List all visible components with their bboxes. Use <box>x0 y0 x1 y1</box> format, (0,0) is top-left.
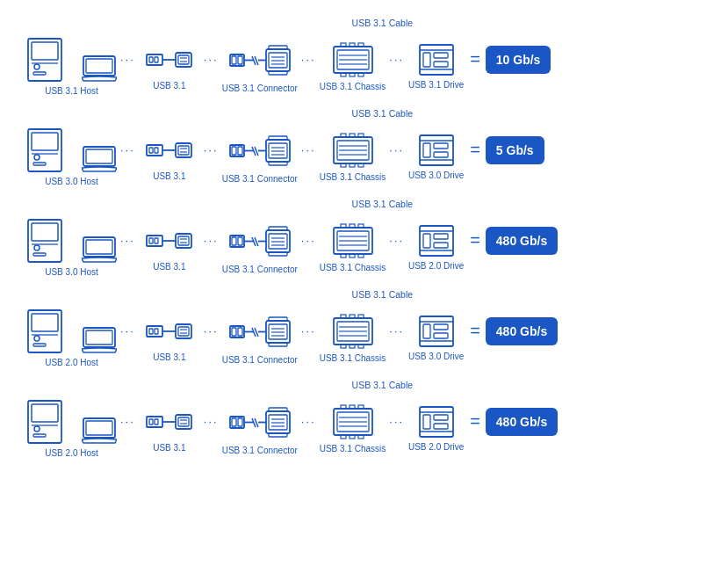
cable-label-4: USB 3.1 Cable <box>352 380 413 390</box>
svg-rect-39 <box>358 73 364 76</box>
host-component-2: USB 3.0 Host <box>26 218 117 277</box>
svg-rect-55 <box>155 148 158 153</box>
svg-rect-136 <box>434 234 448 239</box>
connector-component-4: USB 3.1 Connector <box>222 403 298 455</box>
svg-rect-146 <box>149 329 153 334</box>
chassis-component-2: USB 3.1 Chassis <box>320 222 386 272</box>
svg-rect-3 <box>33 72 46 75</box>
svg-rect-9 <box>155 57 158 62</box>
dots-3-4: ··· <box>301 415 316 442</box>
svg-point-94 <box>34 245 40 250</box>
row-4: USB 3.1 Cable USB 2.0 Host ··· <box>26 380 702 458</box>
usb-component-1: USB 3.1 <box>139 133 200 181</box>
svg-rect-139 <box>32 314 58 331</box>
svg-rect-74 <box>269 162 287 165</box>
svg-rect-58 <box>178 146 189 155</box>
svg-rect-100 <box>149 238 153 243</box>
host-label-1: USB 3.0 Host <box>45 177 98 186</box>
svg-rect-43 <box>423 53 430 67</box>
connector-label-4: USB 3.1 Connector <box>222 446 298 455</box>
svg-rect-187 <box>33 434 46 437</box>
drive-label-1: USB 3.0 Drive <box>408 171 464 180</box>
svg-rect-147 <box>155 329 158 334</box>
svg-rect-154 <box>232 328 236 336</box>
cable-label-2: USB 3.1 Cable <box>352 199 413 209</box>
svg-rect-95 <box>33 253 46 256</box>
svg-rect-36 <box>358 43 364 47</box>
connector-component-0: USB 3.1 Connector <box>222 40 298 93</box>
usb-component-4: USB 3.1 <box>139 404 200 453</box>
svg-rect-144 <box>86 330 112 345</box>
dots-1-1: ··· <box>120 143 135 171</box>
svg-rect-183 <box>434 333 448 338</box>
cable-label-3: USB 3.1 Cable <box>352 289 413 300</box>
host-icons-4 <box>26 399 117 445</box>
svg-rect-228 <box>434 415 448 420</box>
host-icons-1 <box>26 127 117 173</box>
equals-4: = <box>470 411 480 446</box>
usb-component-3: USB 3.1 <box>139 314 200 362</box>
connector-component-3: USB 3.1 Connector <box>222 312 298 365</box>
svg-rect-201 <box>238 418 242 426</box>
dots-3-1: ··· <box>301 143 316 171</box>
svg-rect-120 <box>269 252 287 256</box>
svg-rect-34 <box>341 43 346 47</box>
usb-label-4: USB 3.1 <box>153 443 185 453</box>
row-2: USB 3.1 Cable USB 3.0 Host ··· <box>26 199 702 277</box>
svg-rect-227 <box>423 415 430 429</box>
svg-rect-132 <box>420 226 453 256</box>
dots-2-2: ··· <box>204 234 219 261</box>
svg-rect-181 <box>423 324 430 338</box>
dots-1-0: ··· <box>120 53 135 80</box>
drive-label-4: USB 2.0 Drive <box>408 442 464 452</box>
drive-component-1: USB 3.0 Drive <box>407 134 465 180</box>
connector-label-2: USB 3.1 Connector <box>222 265 298 274</box>
svg-rect-224 <box>420 407 453 437</box>
drive-label-3: USB 3.0 Drive <box>408 352 464 361</box>
svg-rect-6 <box>86 59 112 73</box>
host-icons-3 <box>26 308 117 354</box>
svg-rect-91 <box>434 152 448 157</box>
svg-rect-192 <box>149 419 153 424</box>
chassis-component-0: USB 3.1 Chassis <box>320 41 386 91</box>
usb-label-1: USB 3.1 <box>153 171 185 181</box>
svg-rect-44 <box>434 53 448 58</box>
host-icons-2 <box>26 218 117 264</box>
svg-rect-104 <box>178 236 189 245</box>
drive-component-3: USB 3.0 Drive <box>407 315 465 361</box>
dots-4-3: ··· <box>389 324 404 352</box>
drive-label-0: USB 3.1 Drive <box>408 80 464 90</box>
connector-label-0: USB 3.1 Connector <box>222 83 298 93</box>
cable-label-1: USB 3.1 Cable <box>352 108 413 119</box>
usb-label-2: USB 3.1 <box>153 262 185 272</box>
host-component-4: USB 2.0 Host <box>26 399 117 458</box>
row-1: USB 3.1 Cable USB 3.0 Host ··· <box>26 108 702 186</box>
dots-1-2: ··· <box>120 234 135 261</box>
svg-rect-119 <box>269 227 287 230</box>
svg-rect-109 <box>238 237 242 245</box>
svg-rect-62 <box>232 147 236 155</box>
dots-3-3: ··· <box>301 324 316 352</box>
dots-4-2: ··· <box>389 234 404 261</box>
dots-2-3: ··· <box>204 324 219 352</box>
connector-label-1: USB 3.1 Connector <box>222 174 298 184</box>
svg-rect-178 <box>420 316 453 346</box>
svg-rect-155 <box>238 328 242 336</box>
dots-2-4: ··· <box>204 415 219 442</box>
svg-rect-1 <box>32 42 58 60</box>
row-0: USB 3.1 Cable USB 3.1 Host ··· <box>26 18 702 96</box>
connector-component-1: USB 3.1 Connector <box>222 131 298 184</box>
svg-rect-63 <box>238 147 242 155</box>
drive-component-4: USB 2.0 Drive <box>407 405 465 452</box>
svg-rect-12 <box>178 55 189 64</box>
speed-badge-1: 5 Gb/s <box>486 136 544 164</box>
svg-rect-37 <box>341 73 346 76</box>
host-component-1: USB 3.0 Host <box>26 127 117 186</box>
speed-badge-2: 480 Gb/s <box>486 227 558 255</box>
svg-rect-45 <box>434 62 448 67</box>
svg-rect-193 <box>155 419 158 424</box>
dots-3-0: ··· <box>301 53 316 80</box>
usb-component-0: USB 3.1 <box>139 42 200 91</box>
svg-rect-8 <box>149 57 153 62</box>
cable-label-0: USB 3.1 Cable <box>352 18 413 28</box>
